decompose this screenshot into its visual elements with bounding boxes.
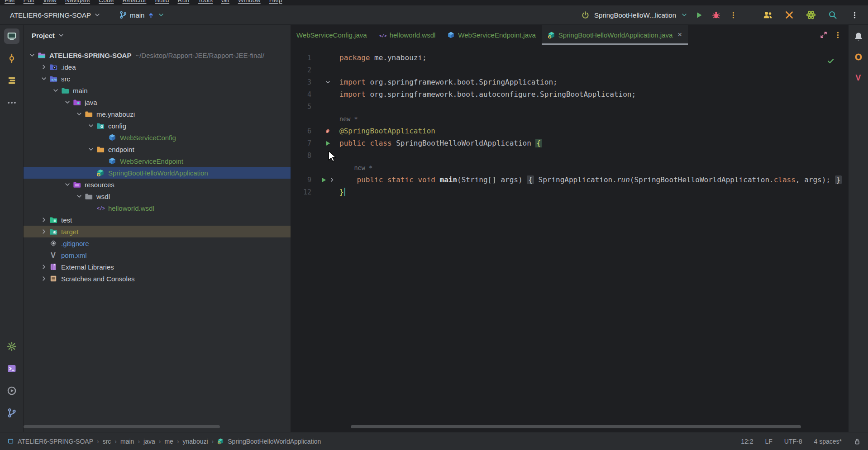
menu-window[interactable]: Window (238, 0, 261, 4)
tree-item-me-ynabouzi[interactable]: me.ynabouzi (24, 108, 291, 120)
breadcrumb-item-springboothelloworldapplication[interactable]: SpringBootHelloWorldApplication (228, 438, 321, 445)
breadcrumb-item-ynabouzi[interactable]: ynabouzi (183, 438, 208, 445)
ai-atom-button[interactable] (805, 9, 817, 21)
menu-build[interactable]: Build (155, 0, 169, 4)
chevron-down-icon[interactable] (51, 87, 61, 94)
code-line-7[interactable]: 7public class SpringBootHelloWorldApplic… (291, 137, 848, 149)
breadcrumb-item-me[interactable]: me (164, 438, 173, 445)
breadcrumb-item-atelier6-spring-soap[interactable]: ATELIER6-SPRING-SOAP (18, 438, 93, 445)
run-gutter-icon[interactable] (324, 140, 331, 147)
encoding-widget[interactable]: UTF-8 (784, 438, 802, 445)
tree-item-java[interactable]: java (24, 96, 291, 108)
tab-webserviceendpoint-java[interactable]: WebServiceEndpoint.java (441, 25, 542, 45)
caret-position-widget[interactable]: 12:2 (741, 438, 753, 445)
tree-item-idea[interactable]: .idea (24, 61, 291, 73)
expand-editor-icon[interactable] (820, 31, 828, 39)
tree-item-springboothelloworldapplication[interactable]: SpringBootHelloWorldApplication (24, 167, 291, 179)
code-line-6[interactable]: 6@SpringBootApplication (291, 125, 848, 137)
run-gutter-icon[interactable] (320, 176, 327, 184)
tree-item-resources[interactable]: resources (24, 179, 291, 190)
chevron-down-icon[interactable] (27, 52, 37, 59)
notifications-bell-icon[interactable] (852, 30, 865, 43)
menu-tools[interactable]: Tools (198, 0, 213, 4)
settings-gear-icon[interactable] (4, 339, 19, 354)
code-line-4[interactable]: 4import org.springframework.boot.autocon… (291, 88, 848, 100)
menu-navigate[interactable]: Navigate (65, 0, 90, 4)
tab-webserviceconfig-java[interactable]: WebServiceConfig.java (291, 25, 373, 45)
tree-item-webserviceendpoint[interactable]: WebServiceEndpoint (24, 155, 291, 167)
chevron-down-icon[interactable] (62, 99, 72, 106)
breadcrumb-item-src[interactable]: src (103, 438, 111, 445)
line-ending-widget[interactable]: LF (765, 438, 773, 445)
project-icon[interactable] (4, 28, 19, 44)
menu-refactor[interactable]: Refactor (123, 0, 147, 4)
menu-git[interactable]: Git (221, 0, 229, 4)
chevron-down-icon[interactable] (74, 110, 84, 118)
tree-item-config[interactable]: config (24, 120, 291, 132)
tree-item-src[interactable]: </>src (24, 73, 291, 85)
tree-item-pom-xml[interactable]: Vpom.xml (24, 249, 291, 261)
commit-icon[interactable] (4, 51, 19, 66)
breadcrumb-item-main[interactable]: main (120, 438, 134, 445)
chevron-down-icon[interactable] (681, 11, 688, 19)
tab-helloworld-wsdl[interactable]: </>helloworld.wsdl (373, 25, 442, 45)
tree-item-helloworld-wsdl[interactable]: </>helloworld.wsdl (24, 202, 291, 214)
run-config-selector[interactable]: SpringBootHelloW...lication (594, 11, 676, 19)
inspections-ok-check-icon[interactable] (827, 57, 835, 65)
structure-icon[interactable] (4, 73, 19, 88)
code-line-1[interactable]: 1package me.ynabouzi; (291, 52, 848, 64)
terminal-icon[interactable] (4, 361, 19, 376)
code-line-3[interactable]: 3import org.springframework.boot.SpringA… (291, 76, 848, 88)
chevron-right-icon[interactable] (39, 228, 49, 235)
services-icon[interactable] (4, 383, 19, 398)
chevron-down-icon[interactable] (57, 32, 65, 39)
code-line-5[interactable]: 5 (291, 100, 848, 113)
tree-item-wsdl[interactable]: wsdl (24, 190, 291, 202)
search-everywhere-button[interactable] (826, 9, 839, 21)
run-button[interactable] (692, 9, 705, 21)
menu-run[interactable]: Run (178, 0, 190, 4)
vcs-widget[interactable]: main (119, 11, 165, 19)
tree-item-atelier6-spring-soap[interactable]: ATELIER6-SPRING-SOAP~/Desktop/Rapport-JE… (24, 49, 291, 61)
tree-item-gitignore[interactable]: .gitignore (24, 237, 291, 249)
project-panel-header[interactable]: Project (24, 25, 291, 46)
gradle-icon[interactable] (852, 51, 865, 63)
more-run-options-button[interactable] (727, 9, 739, 21)
chevron-down-icon[interactable] (74, 193, 84, 200)
code-line-9[interactable]: 9 public static void main(String[] args)… (291, 174, 848, 186)
code-editor[interactable]: 1package me.ynabouzi;23import org.spring… (291, 45, 848, 432)
tree-item-main[interactable]: main (24, 85, 291, 96)
project-panel-hscrollbar[interactable] (24, 425, 220, 428)
chevron-down-icon[interactable] (86, 122, 96, 129)
main-menu-kebab-button[interactable] (848, 9, 861, 21)
more-icon[interactable] (4, 95, 19, 110)
chevron-right-icon[interactable] (39, 63, 49, 71)
code-line-2[interactable]: 2 (291, 64, 848, 76)
git-branch-icon[interactable] (4, 405, 19, 421)
chevron-right-icon[interactable] (39, 275, 49, 282)
tree-item-external-libraries[interactable]: External Libraries (24, 261, 291, 273)
fold-expanded-icon[interactable] (324, 79, 331, 85)
fold-collapsed-icon[interactable] (329, 176, 335, 183)
menu-edit[interactable]: Edit (24, 0, 34, 4)
tab-options-kebab-icon[interactable] (834, 31, 842, 39)
spring-bean-gutter-icon[interactable] (324, 128, 331, 135)
chevron-down-icon[interactable] (86, 146, 96, 153)
inlay-hint-line[interactable]: new * (291, 161, 848, 174)
tree-item-scratches-and-consoles[interactable]: Scratches and Consoles (24, 273, 291, 284)
indent-widget[interactable]: 4 spaces* (814, 438, 842, 445)
tools-button[interactable] (783, 9, 796, 21)
menu-view[interactable]: View (43, 0, 57, 4)
breadcrumb-item-java[interactable]: java (143, 438, 155, 445)
close-tab-icon[interactable]: × (677, 30, 682, 39)
inlay-hint-line[interactable]: new * (291, 113, 848, 125)
tab-springboothelloworldapplication-java[interactable]: SpringBootHelloWorldApplication.java× (542, 25, 688, 45)
tree-item-webserviceconfig[interactable]: WebServiceConfig (24, 132, 291, 143)
menu-code[interactable]: Code (99, 0, 114, 4)
code-line-12[interactable]: 12} (291, 186, 848, 198)
menu-file[interactable]: File (5, 0, 15, 4)
menu-help[interactable]: Help (269, 0, 282, 4)
tree-item-test[interactable]: test (24, 214, 291, 226)
debug-button[interactable] (710, 9, 722, 21)
code-line-8[interactable]: 8 (291, 149, 848, 161)
